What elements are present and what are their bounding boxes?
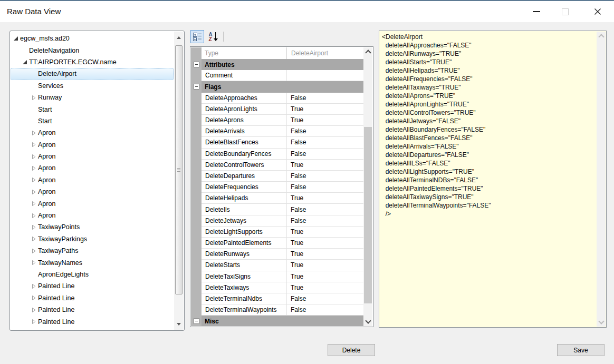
collapse-category-icon[interactable] xyxy=(194,62,199,67)
property-value[interactable]: False xyxy=(287,171,364,182)
property-value[interactable]: False xyxy=(287,126,364,137)
property-name[interactable]: DeleteControlTowers xyxy=(202,160,287,171)
minimize-button[interactable] xyxy=(524,1,549,22)
property-row-deletefrequencies[interactable]: DeleteFrequenciesFalse xyxy=(191,182,364,193)
property-value[interactable]: True xyxy=(287,227,364,238)
category-row-attributes[interactable]: Attributes xyxy=(191,59,364,70)
xml-scrollbar[interactable] xyxy=(597,32,606,327)
tree-item-runway[interactable]: Runway xyxy=(11,92,174,103)
property-row-deleteblastfences[interactable]: DeleteBlastFencesFalse xyxy=(191,137,364,148)
grid-scrollbar[interactable] xyxy=(363,47,372,326)
tree-item-apron[interactable]: Apron xyxy=(11,198,174,209)
expand-icon[interactable] xyxy=(30,212,37,219)
tree-item-taxiwaynames[interactable]: TaxiwayNames xyxy=(11,257,174,268)
property-row-deletedepartures[interactable]: DeleteDeparturesFalse xyxy=(191,171,364,182)
property-value[interactable]: True xyxy=(287,260,364,271)
tree-item-painted-line[interactable]: Painted Line xyxy=(11,316,174,327)
property-name[interactable]: DeleteTerminalNdbs xyxy=(202,293,287,304)
property-row-deletearrivals[interactable]: DeleteArrivalsFalse xyxy=(191,126,364,137)
tree-item-painted-line[interactable]: Painted Line xyxy=(11,280,174,292)
property-value[interactable]: False xyxy=(287,149,364,160)
tree-item-painted-line[interactable]: Painted Line xyxy=(11,304,174,316)
property-row-deletetaxiways[interactable]: DeleteTaxiwaysTrue xyxy=(191,282,364,293)
property-value[interactable]: True xyxy=(287,271,364,282)
property-name[interactable]: DeleteApronLights xyxy=(202,104,287,115)
tree-scrollbar-thumb[interactable] xyxy=(175,45,183,294)
expand-icon[interactable] xyxy=(30,189,37,195)
property-row-deleteterminalndbs[interactable]: DeleteTerminalNdbsFalse xyxy=(191,293,364,304)
tree-item-taxiwayparkings[interactable]: TaxiwayParkings xyxy=(11,233,174,245)
property-name[interactable]: DeleteStarts xyxy=(202,260,287,271)
expand-icon[interactable] xyxy=(30,94,37,101)
tree-item-apron[interactable]: Apron xyxy=(11,186,174,198)
scroll-up-button[interactable] xyxy=(597,33,606,41)
property-name[interactable]: DeleteAprons xyxy=(202,115,287,126)
tree-scrollbar[interactable] xyxy=(174,32,184,330)
property-value[interactable]: True xyxy=(287,160,364,171)
grid-scrollbar-thumb[interactable] xyxy=(364,127,372,303)
property-row-deletetaxisigns[interactable]: DeleteTaxiSignsTrue xyxy=(191,271,364,282)
property-row-deleteils[interactable]: DeleteIlsFalse xyxy=(191,204,364,215)
property-value[interactable]: False xyxy=(287,293,364,304)
tree-item-taxiwaypoints[interactable]: TaxiwayPoints xyxy=(11,221,174,233)
titlebar[interactable]: Raw Data View xyxy=(0,1,614,22)
expand-icon[interactable] xyxy=(30,142,37,148)
property-value[interactable]: False xyxy=(287,215,364,227)
property-name[interactable]: DeleteArrivals xyxy=(202,126,287,137)
scroll-up-button[interactable] xyxy=(363,48,372,57)
tree-item-taxiwaypaths[interactable]: TaxiwayPaths xyxy=(11,245,174,257)
property-name[interactable]: DeleteHelipads xyxy=(202,193,287,204)
property-row-deletestarts[interactable]: DeleteStartsTrue xyxy=(191,260,364,271)
delete-button[interactable]: Delete xyxy=(328,344,375,356)
tree-item-deleteairport[interactable]: DeleteAirport xyxy=(11,68,174,80)
property-name[interactable]: DeleteBoundaryFences xyxy=(202,149,287,160)
tree-item-apron[interactable]: Apron xyxy=(11,151,174,162)
property-row-comment[interactable]: Comment xyxy=(191,70,364,81)
property-value[interactable]: False xyxy=(287,93,364,104)
tree-item-painted-line[interactable]: Painted Line xyxy=(11,292,174,304)
property-value[interactable]: True xyxy=(287,115,364,126)
property-row-deleterunways[interactable]: DeleteRunwaysTrue xyxy=(191,249,364,260)
expand-icon[interactable] xyxy=(30,260,37,266)
property-name[interactable]: DeletePaintedElements xyxy=(202,238,287,249)
tree-item-services[interactable]: Services xyxy=(11,80,174,92)
tree-item-egcw-msfs-ad20[interactable]: egcw_msfs.ad20 xyxy=(11,33,174,44)
tree-item-apron[interactable]: Apron xyxy=(11,210,174,221)
property-row-deleteboundaryfences[interactable]: DeleteBoundaryFencesFalse xyxy=(191,149,364,160)
property-name[interactable]: DeleteBlastFences xyxy=(202,137,287,148)
expand-icon[interactable] xyxy=(30,153,37,160)
categorized-view-button[interactable] xyxy=(190,30,204,43)
tree-item-deletenavigation[interactable]: DeleteNavigation xyxy=(11,44,174,56)
property-name[interactable]: DeleteIls xyxy=(202,204,287,215)
property-row-deleteterminalwaypoints[interactable]: DeleteTerminalWaypointsFalse xyxy=(191,304,364,316)
category-row-misc[interactable]: Misc xyxy=(191,316,364,326)
expand-icon[interactable] xyxy=(30,236,37,242)
property-value[interactable]: False xyxy=(287,182,364,193)
property-row-deleteaprons[interactable]: DeleteApronsTrue xyxy=(191,115,364,126)
expand-icon[interactable] xyxy=(30,319,37,325)
collapse-category-icon[interactable] xyxy=(194,318,199,324)
tree-item-apron[interactable]: Apron xyxy=(11,162,174,174)
close-button[interactable] xyxy=(586,1,610,22)
tree-item-apronedgelights[interactable]: ApronEdgeLights xyxy=(11,269,174,280)
property-name[interactable]: DeleteTerminalWaypoints xyxy=(202,304,287,316)
tree-item-apron[interactable]: Apron xyxy=(11,139,174,151)
property-row-deletehelipads[interactable]: DeleteHelipadsTrue xyxy=(191,193,364,204)
expand-icon[interactable] xyxy=(30,248,37,254)
collapse-category-icon[interactable] xyxy=(194,84,199,90)
tree-item-apron[interactable]: Apron xyxy=(11,127,174,139)
scroll-down-button[interactable] xyxy=(597,317,606,326)
scroll-down-button[interactable] xyxy=(363,317,372,325)
property-name[interactable]: DeleteRunways xyxy=(202,249,287,260)
property-row-deleteapproaches[interactable]: DeleteApproachesFalse xyxy=(191,93,364,104)
expand-icon[interactable] xyxy=(30,201,37,207)
save-button[interactable]: Save xyxy=(557,344,605,356)
property-name[interactable]: DeleteFrequencies xyxy=(202,182,287,193)
property-value[interactable]: False xyxy=(287,137,364,148)
property-row-deletelightsupports[interactable]: DeleteLightSupportsTrue xyxy=(191,227,364,238)
property-value[interactable]: True xyxy=(287,238,364,249)
tree-item-start[interactable]: Start xyxy=(11,103,174,115)
expand-icon[interactable] xyxy=(30,130,37,136)
expand-icon[interactable] xyxy=(30,224,37,230)
property-value[interactable]: False xyxy=(287,304,364,316)
